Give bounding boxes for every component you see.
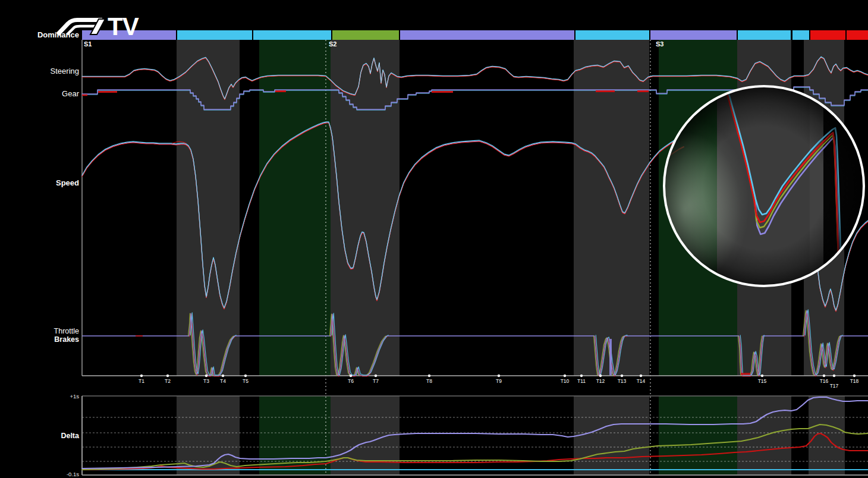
svg-text:T4: T4	[220, 378, 226, 384]
svg-text:T7: T7	[373, 378, 379, 384]
svg-text:TV: TV	[108, 12, 139, 40]
svg-text:Delta: Delta	[61, 432, 80, 440]
svg-text:T18: T18	[850, 378, 859, 384]
svg-text:S2: S2	[329, 40, 336, 48]
svg-text:Speed: Speed	[56, 178, 79, 187]
svg-text:+1s: +1s	[70, 393, 79, 400]
svg-text:T12: T12	[596, 378, 605, 384]
svg-text:T13: T13	[618, 378, 627, 384]
svg-text:T5: T5	[243, 378, 249, 384]
svg-text:T11: T11	[577, 378, 586, 384]
svg-text:T3: T3	[203, 378, 209, 384]
svg-text:T2: T2	[165, 378, 171, 384]
svg-text:Throttle: Throttle	[54, 327, 79, 335]
svg-text:Steering: Steering	[51, 67, 79, 76]
svg-text:T1: T1	[139, 378, 144, 384]
svg-text:Gear: Gear	[62, 89, 80, 98]
svg-text:T10: T10	[561, 378, 570, 384]
svg-text:T15: T15	[758, 378, 767, 384]
svg-text:T8: T8	[426, 378, 432, 384]
svg-text:S3: S3	[656, 40, 663, 48]
svg-text:T16: T16	[820, 378, 829, 384]
svg-text:T14: T14	[637, 378, 646, 384]
svg-text:S1: S1	[84, 40, 92, 48]
svg-text:Brakes: Brakes	[54, 335, 79, 344]
svg-text:T17: T17	[830, 383, 839, 389]
svg-text:T6: T6	[348, 378, 354, 384]
svg-text:T9: T9	[496, 378, 502, 384]
svg-text:-0.1s: -0.1s	[67, 471, 79, 477]
